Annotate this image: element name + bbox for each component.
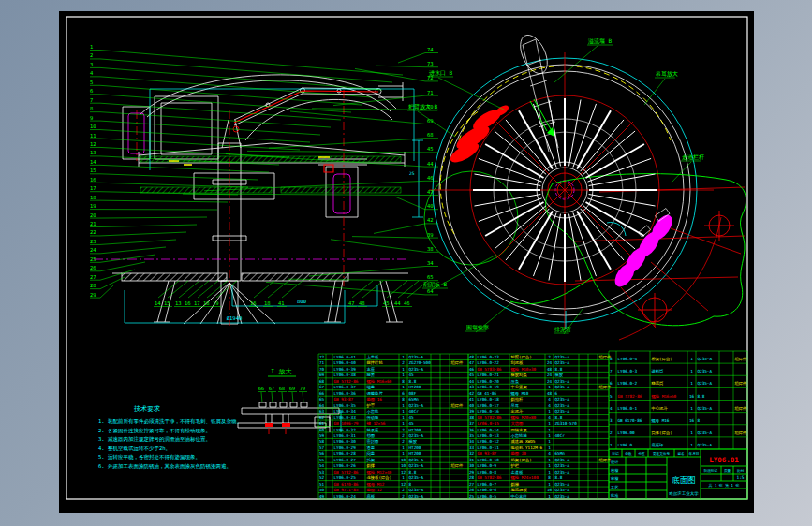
bom-cell-name: 中心泥斗 [652, 405, 669, 411]
bom-cell-material: Q235-A [409, 433, 424, 438]
scale-value: 1:5 [736, 475, 744, 480]
bom-cell-code: LY06.0-26 [334, 463, 357, 468]
titleblock-right-cell: 比例 [737, 469, 745, 473]
bom-cell-no: 50 [319, 488, 325, 492]
bom-cell-code: LY06.0-19 [478, 385, 500, 389]
bom-cell-material: Q235-A [555, 355, 570, 359]
callout-number: 20 [90, 212, 96, 218]
callout-number: 18 [264, 300, 271, 306]
callout-number: 65 [427, 274, 434, 280]
bom-cell-no: 3 [610, 418, 613, 423]
bom-cell-no: 34 [469, 439, 475, 444]
titleblock-top-cell: 年月日 [689, 452, 700, 456]
bom-cell-name: 调整垫片 [367, 391, 384, 396]
callout-number: 44 [427, 161, 434, 167]
bom-cell-qty: 1 [690, 431, 693, 435]
bom-cell-name: 减速器 XWD5 [511, 439, 536, 444]
bom-cell-name: 透盖 [367, 446, 376, 450]
bom-cell-name: 桥架(焊合) [652, 357, 672, 361]
detail-red-hatch [265, 423, 273, 427]
callout-number: 7 [90, 97, 93, 103]
bom-cell-name: 键 12×56 [366, 421, 386, 426]
note-line: 2. 各紧固件连接应拧紧可靠，不得有松动现象。 [98, 428, 211, 434]
bom-cell-code: LY06.0-8 [478, 470, 497, 475]
bom-cell-qty: 1 [548, 494, 551, 499]
bom-cell-no: 58 [319, 439, 325, 444]
bom-cell-remark: 组焊件 [735, 357, 748, 361]
bom-cell-name: 轴承座 [367, 428, 380, 432]
bom-cell-name: 进料筒 [652, 369, 665, 373]
bom-cell-code: LY06.0-15 [478, 421, 500, 426]
bom-cell-material: Q235-A [409, 458, 424, 462]
bom-cell-code: GB 6170-86 [618, 418, 642, 423]
bom-cell-name: 垫圈 16 [367, 397, 383, 402]
detail-label: I 放大 [271, 368, 291, 375]
bom-cell-material: 40Cr [409, 409, 420, 414]
titleblock-top-cell: 分区 [638, 452, 645, 456]
bom-cell-remark: 组焊件 [451, 403, 465, 408]
bom-cell-material: HT200 [409, 428, 421, 432]
callout-number: 42 [427, 217, 434, 223]
bom-cell-material: Q235-A [698, 381, 713, 386]
bom-cell-name: 支座 [367, 367, 376, 372]
callout-number: 11 [90, 133, 96, 139]
bom-cell-qty: 1 [402, 355, 405, 359]
detail-callout-number: 67 [269, 386, 274, 391]
bom-cell-material: 45 [409, 421, 415, 426]
bom-cell-code: LY06.0-14 [478, 428, 500, 432]
callout-number: 6 [90, 88, 93, 94]
bom-cell-code: GB 5782-86 [618, 394, 642, 399]
callout-number: 29 [90, 292, 96, 298]
bom-cell-name: 密封圈 [367, 439, 379, 444]
bom-cell-code: LY06.0-36 [334, 391, 357, 396]
note-line: 4. 整机空载试运转不少于2h。 [98, 446, 170, 452]
bom-cell-code: LY06.0-13 [478, 433, 500, 438]
bom-cell-no: 39 [469, 409, 475, 414]
callout-number: 74 [427, 47, 434, 52]
bom-cell-code: LY06.0-4 [618, 357, 638, 361]
bom-cell-code: GB 5783-86 [478, 367, 502, 372]
bom-cell-qty: 16 [689, 394, 695, 399]
callout-number: 48 [359, 300, 365, 306]
bom-cell-no: 66 [319, 391, 325, 396]
bom-cell-qty: 2 [402, 494, 405, 499]
callout-number: 16 [250, 300, 257, 306]
bom-cell-name: 机架(焊合) [511, 458, 532, 462]
bom-cell-qty: 1 [402, 385, 405, 389]
bom-cell-no: 27 [469, 482, 475, 487]
bom-cell-qty: 1 [402, 373, 405, 377]
bom-cell-qty: 2 [402, 439, 405, 444]
bom-cell-no: 8 [610, 357, 613, 361]
callout-number: 16 [185, 300, 191, 306]
bom-cell-code: LY06.0-11 [478, 446, 500, 450]
bom-cell-name: 垫圈 20 [511, 451, 527, 456]
bom-cell-material: 6 [555, 391, 558, 396]
bom-cell-material: Q235-A [409, 403, 424, 408]
bom-cell-no: 36 [469, 428, 475, 432]
bom-cell-qty: 1 [548, 470, 551, 475]
bom-cell-no: 65 [319, 397, 325, 402]
bom-cell-code: LY06.0-9 [478, 463, 497, 468]
bom-cell-qty: 2 [402, 433, 405, 438]
bom-cell-code: LY06.0-35 [334, 403, 357, 408]
bom-cell-qty: 48 [547, 391, 553, 396]
bom-cell-qty: 1 [402, 446, 405, 450]
bom-cell-name: 托架 [366, 458, 376, 462]
callout-number: 14 [155, 300, 161, 306]
bom-cell-qty: 1 [548, 446, 551, 450]
bom-cell-material: Q235-A [555, 470, 570, 475]
bom-cell-name: 压条 [511, 379, 520, 384]
bom-cell-material: Q235-A [698, 443, 713, 447]
bom-cell-name: 护罩 [366, 403, 376, 408]
bom-cell-qty: 1 [402, 409, 405, 414]
callout-number: 13 [175, 300, 182, 306]
bom-cell-material: Q235-A [698, 357, 713, 361]
bom-cell-qty: 1 [690, 381, 693, 386]
bom-cell-no: 52 [319, 475, 325, 480]
bom-cell-no: 29 [469, 470, 475, 475]
bom-cell-qty: 2 [402, 428, 405, 432]
bom-cell-code: LY06.0-38 [334, 373, 357, 377]
bom-cell-no: 44 [469, 379, 475, 384]
bom-cell-qty: 8 [402, 379, 405, 384]
callout-number: 26 [90, 265, 96, 270]
